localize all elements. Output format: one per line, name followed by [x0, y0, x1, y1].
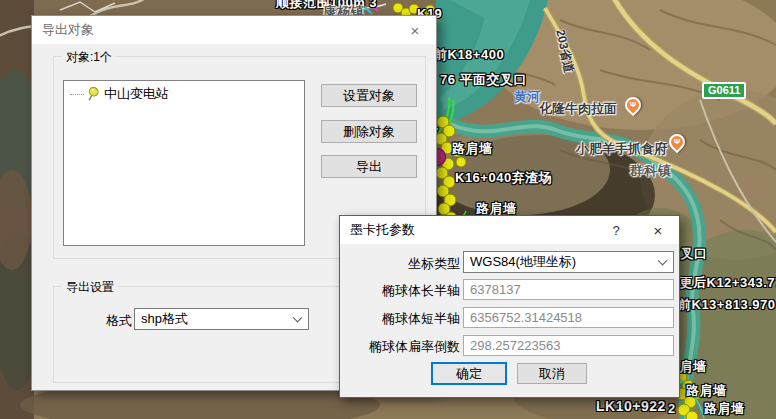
mercator-params-dialog: 墨卡托参数 ? × 坐标类型 WGS84(地理坐标) 椭球体长半轴 椭球体短半轴… — [339, 215, 680, 398]
close-icon[interactable]: × — [394, 16, 436, 44]
coord-type-label: 坐标类型 — [350, 255, 460, 273]
export-dialog-titlebar[interactable]: 导出对象 × — [32, 16, 436, 44]
pushpin-icon — [87, 87, 100, 102]
format-combobox-value: shp格式 — [141, 310, 188, 328]
fork-glyph: Ψ — [627, 99, 639, 111]
tree-branch-line — [70, 94, 84, 95]
chevron-down-icon — [293, 313, 303, 323]
objects-group-label: 对象:1个 — [62, 49, 116, 66]
export-dialog-title: 导出对象 — [32, 21, 94, 39]
format-combobox[interactable]: shp格式 — [134, 308, 309, 330]
mercator-dialog-titlebar[interactable]: 墨卡托参数 ? × — [340, 216, 679, 244]
tree-item-substation[interactable]: 中山变电站 — [70, 85, 302, 103]
inverse-flattening-field — [463, 335, 674, 356]
close-icon[interactable]: × — [637, 216, 679, 244]
coord-type-combobox[interactable]: WGS84(地理坐标) — [463, 251, 674, 273]
highway-shield-g0611: G0611 — [702, 82, 746, 99]
inverse-flattening-label: 椭球体扁率倒数 — [350, 338, 460, 356]
coord-type-value: WGS84(地理坐标) — [470, 253, 576, 271]
cancel-button[interactable]: 取消 — [517, 363, 587, 384]
delete-object-button[interactable]: 删除对象 — [321, 120, 417, 143]
semi-major-label: 椭球体长半轴 — [350, 282, 460, 300]
export-settings-label: 导出设置 — [62, 279, 118, 296]
fork-glyph: Ψ — [671, 136, 683, 148]
app-window: 顺接范围100m 3 K19 康杨镇 黄河 203省道 前K18+400 76 … — [0, 0, 776, 419]
set-object-button[interactable]: 设置对象 — [321, 84, 417, 107]
format-label: 格式 — [102, 312, 132, 330]
ok-button[interactable]: 确定 — [431, 362, 507, 385]
tree-item-label: 中山变电站 — [104, 85, 169, 103]
semi-major-field — [463, 279, 674, 300]
object-listbox[interactable]: 中山变电站 — [63, 80, 305, 246]
mercator-dialog-title: 墨卡托参数 — [340, 221, 415, 239]
semi-minor-label: 椭球体短半轴 — [350, 310, 460, 328]
export-button[interactable]: 导出 — [321, 155, 417, 178]
help-icon[interactable]: ? — [595, 216, 637, 244]
chevron-down-icon — [658, 256, 668, 266]
semi-minor-field — [463, 307, 674, 328]
